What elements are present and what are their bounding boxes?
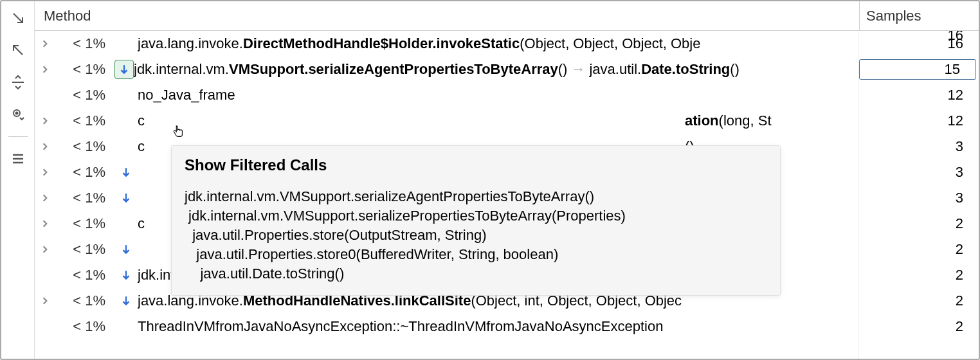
row-samples: 3 [859, 138, 979, 155]
row-percentage: < 1% [55, 113, 114, 129]
expand-chevron-icon[interactable] [35, 219, 55, 228]
expand-chevron-icon[interactable] [35, 194, 55, 203]
collapsed-frames-icon[interactable] [114, 295, 138, 307]
row-samples: 12 [859, 87, 979, 104]
table-row[interactable]: < 1%no_Java_frame12 [35, 82, 979, 108]
table-row[interactable]: < 1%ThreadInVMfromJavaNoAsyncException::… [35, 314, 979, 339]
row-samples: 3 [859, 190, 979, 206]
expand-down-icon[interactable] [6, 6, 30, 30]
visibility-icon[interactable] [6, 103, 30, 126]
method-signature: ThreadInVMfromJavaNoAsyncException::~Thr… [138, 318, 859, 335]
tooltip-line: java.util.Properties.store0(BufferedWrit… [185, 245, 767, 264]
collapse-up-icon[interactable] [6, 39, 30, 62]
tooltip-line: jdk.internal.vm.VMSupport.serializePrope… [185, 206, 767, 226]
collapsed-frames-icon[interactable] [114, 244, 138, 255]
column-separator [858, 31, 859, 359]
row-percentage: < 1% [55, 318, 114, 335]
row-samples: 2 [859, 267, 979, 284]
row-percentage: < 1% [55, 267, 114, 284]
expand-chevron-icon[interactable] [35, 65, 55, 74]
table-header: Method Samples [35, 1, 979, 31]
expand-chevron-icon[interactable] [35, 296, 55, 305]
toolbar-divider [8, 136, 28, 137]
row-percentage: < 1% [55, 35, 114, 52]
row-samples: 15 [859, 59, 976, 80]
tooltip-line: jdk.internal.vm.VMSupport.serializeAgent… [185, 187, 767, 206]
tooltip-title: Show Filtered Calls [185, 156, 767, 174]
row-percentage: < 1% [55, 61, 114, 78]
header-method[interactable]: Method [35, 1, 859, 30]
row-percentage: < 1% [55, 215, 114, 232]
header-samples[interactable]: Samples [859, 1, 979, 30]
collapsed-frames-icon[interactable] [114, 192, 138, 204]
tooltip-line: java.util.Properties.store(OutputStream,… [185, 226, 767, 245]
expand-chevron-icon[interactable] [35, 168, 55, 177]
collapsed-frames-icon[interactable] [114, 166, 138, 178]
filtered-calls-tooltip: Show Filtered Calls jdk.internal.vm.VMSu… [171, 145, 781, 296]
collapsed-frames-icon[interactable] [114, 269, 138, 281]
tooltip-line: java.util.Date.toString() [185, 264, 767, 284]
left-toolbar [1, 1, 35, 359]
table-row[interactable]: < 1%java.lang.invoke.DirectMethodHandle$… [35, 31, 979, 57]
row-samples: 2 [859, 318, 979, 335]
pointer-cursor-icon [171, 125, 185, 143]
clipped-sample-value: 16 [948, 31, 963, 44]
expand-chevron-icon[interactable] [35, 39, 55, 48]
expand-chevron-icon[interactable] [35, 245, 55, 254]
method-signature: jdk.internal.vm.VMSupport.serializeAgent… [134, 61, 859, 78]
row-percentage: < 1% [55, 138, 114, 155]
method-signature: cation(long, St [138, 113, 859, 129]
row-percentage: < 1% [55, 164, 114, 181]
expand-chevron-icon[interactable] [35, 116, 55, 125]
collapsed-frames-icon[interactable] [114, 60, 134, 79]
table-row[interactable]: < 1%jdk.internal.vm.VMSupport.serializeA… [35, 57, 979, 82]
row-samples: 2 [859, 241, 979, 258]
row-samples: 2 [859, 215, 979, 232]
row-samples: 12 [859, 113, 979, 129]
row-samples: 3 [859, 164, 979, 181]
expand-chevron-icon[interactable] [35, 142, 55, 151]
row-percentage: < 1% [55, 292, 114, 309]
method-signature: no_Java_frame [138, 87, 859, 104]
row-samples: 2 [859, 292, 979, 309]
menu-icon[interactable] [6, 147, 30, 170]
table-body: 16 < 1%java.lang.invoke.DirectMethodHand… [35, 31, 979, 359]
row-percentage: < 1% [55, 87, 114, 104]
split-horizontal-icon[interactable] [6, 71, 30, 94]
svg-point-1 [15, 113, 17, 114]
row-percentage: < 1% [55, 190, 114, 206]
method-signature: java.lang.invoke.DirectMethodHandle$Hold… [138, 35, 859, 52]
row-percentage: < 1% [55, 241, 114, 258]
